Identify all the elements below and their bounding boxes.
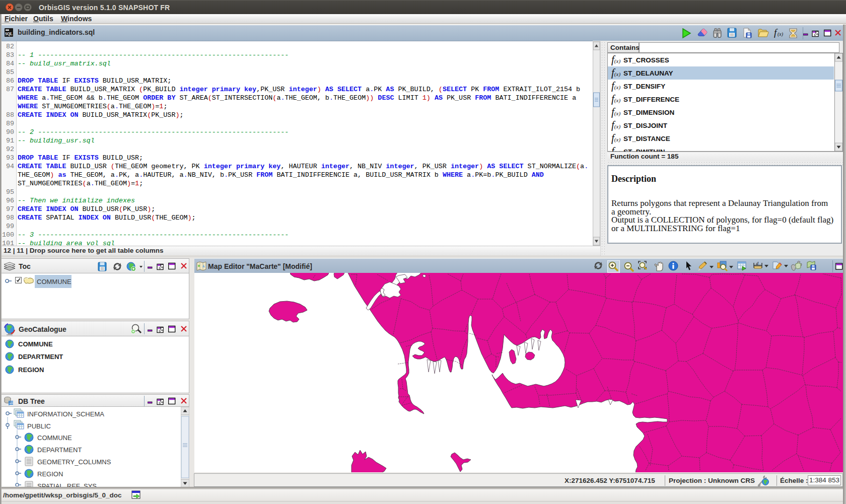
svg-text:d: d	[756, 261, 759, 266]
svg-text:SQL: SQL	[5, 32, 13, 36]
svg-text:(x): (x)	[778, 31, 784, 37]
